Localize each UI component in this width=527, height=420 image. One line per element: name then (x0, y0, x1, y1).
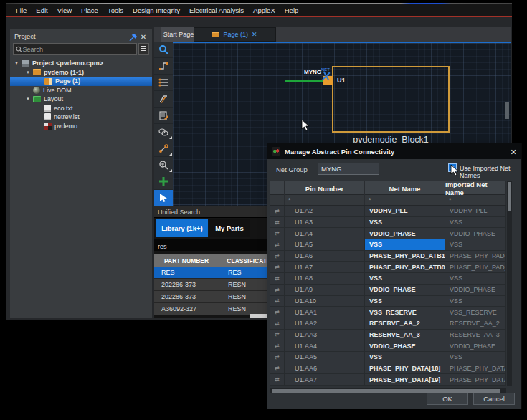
net-name-filter[interactable]: * (365, 195, 445, 205)
cancel-button[interactable]: Cancel (473, 393, 515, 405)
add-tool-icon[interactable] (154, 173, 173, 190)
caret-down-icon[interactable]: ▼ (14, 61, 22, 65)
tab-start-page[interactable]: Start Page (161, 27, 196, 42)
net-name-cell[interactable]: VSS_RESERVE (365, 307, 445, 318)
parts-table-row[interactable]: RES RES (154, 267, 277, 279)
menu-item[interactable]: AppleX (253, 6, 275, 14)
search-zoom-tool-icon[interactable] (154, 42, 173, 58)
tab-label: Page (1) (223, 31, 248, 38)
net-name-cell[interactable]: PHASE_PHY_DATA[19] (365, 374, 445, 385)
menu-item[interactable]: Design Integrity (133, 6, 180, 14)
zoom-in-tool-icon[interactable] (154, 157, 173, 173)
tree-item[interactable]: ▼ Live BOM (10, 86, 152, 95)
tree-item-label: Layout (44, 95, 63, 102)
pin-table-row[interactable]: ⇄ U1.A10 VSS VSS (270, 296, 506, 307)
net-name-cell[interactable]: VSS (365, 239, 445, 250)
tree-item[interactable]: ▼ Page (1) (10, 77, 152, 86)
tree-item[interactable]: ▼ Layout (10, 95, 152, 104)
net-name-cell[interactable]: VDDIO_PHASE (365, 340, 445, 351)
schematic-block[interactable] (332, 66, 450, 133)
pin-table-row[interactable]: ⇄ U1.AA6 PHASE_PHY_DATA[18] PHASE_PHY_DA… (270, 363, 506, 375)
tree-item[interactable]: ▼ eco.txt (10, 104, 152, 113)
dialog-title-bar[interactable]: Manage Abstract Pin Connectivity (267, 143, 521, 159)
junction-tool-icon[interactable] (154, 140, 173, 157)
bus-tool-icon[interactable] (154, 75, 173, 91)
tree-item[interactable]: ▼ netrev.lst (10, 113, 152, 122)
use-imported-checkbox[interactable]: ✓ (448, 163, 457, 172)
parts-table-row[interactable]: 202286-373 RESN (154, 291, 277, 303)
net-name-cell[interactable]: RESERVE_AA_2 (365, 318, 445, 329)
pin-table-row[interactable]: ⇄ U1.A2 VDDHV_PLL VDDHV_PLL (270, 206, 506, 217)
shapes-tool-icon[interactable] (154, 124, 173, 140)
net-name-cell[interactable]: PHASE_PHY_PAD_ATB1 (365, 251, 445, 262)
caret-down-icon[interactable]: ▼ (26, 97, 33, 101)
ok-button[interactable]: OK (427, 393, 468, 405)
net-name-cell[interactable]: VSS (365, 273, 445, 284)
tree-item[interactable]: ▼ pvdemo (10, 122, 152, 131)
tree-item-label: pvdemo (54, 123, 77, 130)
net-name-cell[interactable]: VSS (365, 352, 445, 363)
pin-table-row[interactable]: ⇄ U1.AA2 RESERVE_AA_2 RESERVE_AA_2 (270, 318, 506, 330)
pin-table-row[interactable]: ⇄ U1.A9 VDDIO_PHASE VDDIO_PHASE (270, 285, 506, 296)
pin-table-vscrollbar[interactable] (507, 181, 512, 386)
net-name-cell[interactable]: PHASE_PHY_DATA[18] (365, 363, 445, 374)
tab-my-parts[interactable]: My Parts (209, 219, 250, 237)
pin-number-cell: U1.AA6 (285, 363, 365, 374)
wire-tool-icon[interactable] (154, 58, 173, 75)
close-icon[interactable] (138, 29, 149, 42)
hamburger-menu-icon[interactable] (138, 43, 149, 55)
menu-item[interactable]: Help (285, 6, 299, 14)
parts-table-row[interactable]: 202286-373 RESN (154, 279, 277, 291)
menu-item[interactable]: Electrical Analysis (189, 6, 244, 14)
parts-search-box[interactable] (154, 239, 277, 251)
column-net-name: Net Name (365, 181, 445, 196)
annotate-tool-icon[interactable] (154, 108, 173, 124)
imported-net-name-filter[interactable]: * (445, 195, 506, 205)
net-name-cell[interactable]: PHASE_PHY_PAD_ATB0 (365, 262, 445, 272)
pin-table-row[interactable]: ⇄ U1.A4 VDDIO_PHASE VDDIO_PHASE (270, 228, 506, 239)
pin-table-vscrollbar-thumb[interactable] (508, 182, 511, 211)
menu-item[interactable]: Tools (108, 6, 123, 14)
net-name-cell[interactable]: VDDIO_PHASE (365, 285, 445, 295)
project-search-box[interactable] (13, 43, 137, 55)
project-search-input[interactable] (22, 46, 136, 53)
signal-tool-icon[interactable] (154, 91, 173, 108)
pin-table-row[interactable]: ⇄ U1.A8 VSS VSS (270, 273, 506, 285)
pin-table-row[interactable]: ⇄ U1.A6 PHASE_PHY_PAD_ATB1 PHASE_PHY_PAD… (270, 251, 506, 262)
canvas-scrollbar-thumb[interactable] (505, 102, 509, 119)
pin-table-filter-row[interactable]: * * * (270, 195, 506, 206)
pin-number-filter[interactable]: * (285, 195, 365, 205)
menu-item[interactable]: View (57, 6, 72, 14)
menu-item[interactable]: Place (81, 6, 98, 14)
pin-table-row[interactable]: ⇄ U1.A7 PHASE_PHY_PAD_ATB0 PHASE_PHY_PAD… (270, 262, 506, 273)
select-tool-icon[interactable] (154, 190, 173, 206)
pin-table-row[interactable]: ⇄ U1.AA1 VSS_RESERVE VSS_RESERVE (270, 307, 506, 318)
net-wire[interactable] (285, 80, 324, 82)
net-name-cell[interactable]: RESERVE_AA_3 (365, 330, 445, 340)
menu-item[interactable]: Edit (36, 6, 47, 14)
menu-item[interactable]: File (16, 6, 27, 14)
tree-item[interactable]: ▼ Project <pvdemo.cpm> (10, 59, 152, 68)
dialog-title: Manage Abstract Pin Connectivity (285, 148, 505, 156)
parts-search-input[interactable] (154, 241, 277, 253)
tree-item[interactable]: ▼ pvdemo (1-1) (10, 68, 152, 77)
net-name-cell[interactable]: VSS (365, 296, 445, 307)
pin-table-row[interactable]: ⇄ U1.A3 VSS VSS (270, 217, 506, 229)
pin-number-cell: U1.AA7 (285, 374, 365, 385)
pin-table-row[interactable]: ⇄ U1.AA7 PHASE_PHY_DATA[19] PHASE_PHY_DA… (270, 374, 506, 386)
imported-net-name-cell: VSS_RESERVE (445, 307, 506, 318)
tab-library[interactable]: Library (1k+) (156, 219, 208, 237)
net-group-input[interactable] (318, 163, 379, 175)
net-name-cell[interactable]: VSS (365, 217, 445, 228)
tab-close-icon[interactable] (252, 31, 257, 38)
dialog-close-icon[interactable] (505, 145, 521, 158)
pin-table-row[interactable]: ⇄ U1.AA3 RESERVE_AA_3 RESERVE_AA_3 (270, 330, 506, 341)
pin-table-row[interactable]: ⇄ U1.A5 VSS VSS (270, 239, 506, 251)
tab-page-1[interactable]: Page (1) (194, 27, 276, 42)
pin-table-row[interactable]: ⇄ U1.AA4 VDDIO_PHASE VDDIO_PHASE (270, 340, 506, 352)
pin-icon[interactable] (128, 32, 138, 40)
pin-table-row[interactable]: ⇄ U1.AA5 VSS VSS (270, 352, 506, 363)
caret-down-icon[interactable]: ▼ (26, 70, 33, 75)
net-name-cell[interactable]: VDDHV_PLL (365, 206, 445, 216)
net-name-cell[interactable]: VDDIO_PHASE (365, 228, 445, 239)
